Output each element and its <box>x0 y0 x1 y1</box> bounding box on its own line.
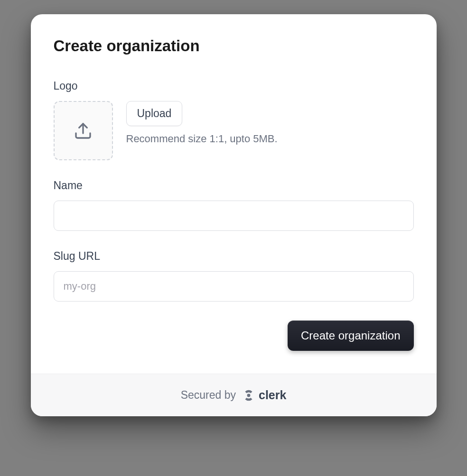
card-body: Create organization Logo Upload Recommen… <box>31 14 437 374</box>
logo-row: Upload Recommend size 1:1, upto 5MB. <box>54 101 414 160</box>
name-field: Name <box>54 179 414 231</box>
slug-input[interactable] <box>54 271 414 302</box>
create-organization-button[interactable]: Create organization <box>288 320 413 351</box>
card-footer: Secured by clerk <box>31 374 437 416</box>
form-actions: Create organization <box>54 320 414 351</box>
name-label: Name <box>54 179 414 192</box>
clerk-brand: clerk <box>243 388 286 402</box>
logo-field: Logo Upload Recommend size 1:1, upto 5MB… <box>54 80 414 160</box>
upload-icon <box>74 121 93 140</box>
slug-label: Slug URL <box>54 250 414 263</box>
name-input[interactable] <box>54 201 414 231</box>
secured-by-label: Secured by <box>181 389 236 402</box>
logo-label: Logo <box>54 80 414 92</box>
slug-field: Slug URL <box>54 250 414 302</box>
upload-hint: Recommend size 1:1, upto 5MB. <box>126 133 278 145</box>
svg-point-1 <box>247 394 251 397</box>
clerk-brand-name: clerk <box>259 388 286 402</box>
upload-button[interactable]: Upload <box>126 101 183 126</box>
upload-column: Upload Recommend size 1:1, upto 5MB. <box>126 101 278 145</box>
clerk-logo-icon <box>243 389 255 402</box>
logo-dropzone[interactable] <box>54 101 113 160</box>
create-organization-card: Create organization Logo Upload Recommen… <box>31 14 437 416</box>
page-title: Create organization <box>54 37 414 55</box>
